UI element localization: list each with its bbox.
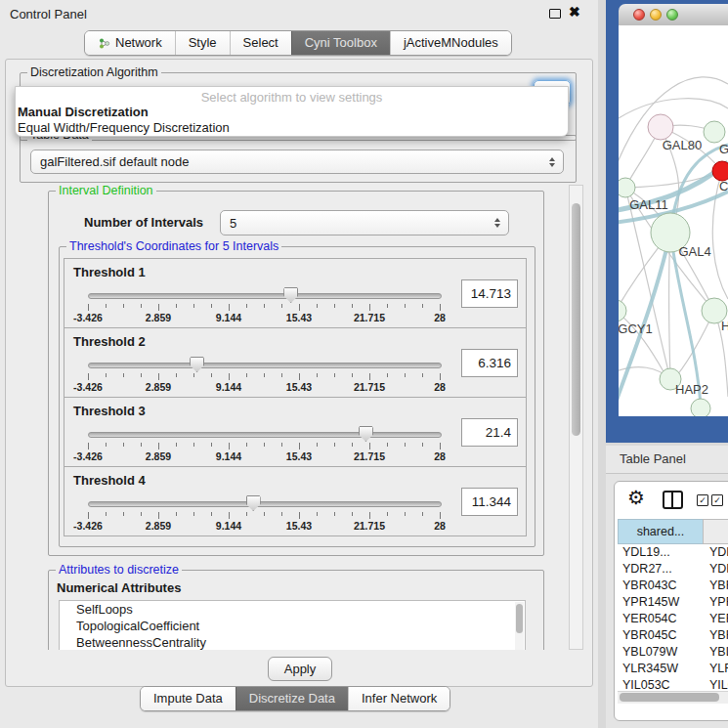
select-all-check-icon[interactable]: ✓	[697, 494, 708, 506]
number-of-intervals-combobox[interactable]: 5	[220, 210, 509, 236]
dropdown-option-manual-discretization[interactable]: Manual Discretization	[16, 105, 568, 120]
close-panel-icon[interactable]: ✖	[569, 4, 580, 20]
slider-handle[interactable]	[246, 495, 261, 511]
slider-track[interactable]	[88, 293, 442, 299]
table-data-group: Table Data galFiltered.sif default node	[20, 135, 577, 183]
threshold-value-field[interactable]: 11.344	[461, 488, 518, 516]
axis-tick-label: 21.715	[354, 312, 385, 323]
tab-jactivemnodules[interactable]: jActiveMNodules	[390, 31, 511, 55]
network-view-window: GAL80GACGAL11GAL4GCY1HHAP2	[606, 0, 728, 443]
top-tab-bar: NetworkStyleSelectCyni ToolboxjActiveMNo…	[84, 30, 512, 56]
table-row[interactable]: YER054CYER054C	[618, 611, 728, 627]
cell-shared-name: YBR043C	[618, 578, 704, 594]
numerical-attributes-list[interactable]: SelfLoopsTopologicalCoefficientBetweenne…	[59, 600, 526, 650]
cyni-toolbox-panel: Discretization Algorithm Select algorith…	[5, 59, 593, 687]
number-of-intervals-value: 5	[230, 216, 236, 231]
scrollbar-thumb[interactable]	[620, 693, 719, 702]
tab-label: Network	[115, 31, 162, 55]
cell-shared-name: YDR27...	[618, 561, 704, 578]
table-row[interactable]: YPR145WYPR145W	[618, 594, 728, 611]
table-horizontal-scrollbar[interactable]	[618, 691, 728, 704]
table-row[interactable]: YBR043CYBR043C	[618, 578, 728, 594]
tab-discretize-data[interactable]: Discretize Data	[236, 687, 348, 710]
table-row[interactable]: YDL19...YDL19...	[618, 544, 728, 561]
axis-tick-label: 15.43	[286, 312, 312, 323]
tab-network[interactable]: Network	[85, 31, 175, 55]
cell-name: YBR045C	[704, 627, 728, 644]
columns-icon[interactable]	[663, 491, 683, 509]
tab-select[interactable]: Select	[230, 31, 291, 55]
table-row[interactable]: YBL079WYBL079W	[618, 644, 728, 661]
attribute-item-betweennesscentrality[interactable]: BetweennessCentrality	[60, 634, 525, 650]
slider-handle[interactable]	[190, 357, 204, 372]
close-window-icon[interactable]	[633, 9, 645, 21]
table-row[interactable]: YIL053CYIL053C	[618, 677, 728, 689]
threshold-value-field[interactable]: 6.316	[461, 349, 518, 377]
cell-shared-name: YBR045C	[618, 627, 704, 644]
axis-tick-label: 21.715	[354, 520, 385, 532]
attribute-item-topologicalcoefficient[interactable]: TopologicalCoefficient	[60, 618, 525, 634]
axis-tick-label: 9.144	[216, 381, 241, 393]
threshold-slider[interactable]	[88, 286, 440, 304]
settings-scroll-pane: Interval Definition Number of Intervals …	[12, 185, 567, 650]
minimize-window-icon[interactable]	[650, 9, 662, 21]
axis-tick-label: 28	[434, 520, 446, 532]
threshold-value-field[interactable]: 21.4	[461, 418, 518, 447]
axis-tick-label: -3.426	[73, 520, 103, 532]
threshold-value-field[interactable]: 14.713	[461, 279, 518, 308]
zoom-window-icon[interactable]	[666, 9, 678, 21]
axis-tick-label: 15.43	[286, 381, 312, 393]
list-scrollbar[interactable]	[515, 602, 524, 650]
attribute-item-selfloops[interactable]: SelfLoops	[60, 601, 525, 618]
table-row[interactable]: YBR045CYBR045C	[618, 627, 728, 644]
table-row[interactable]: YLR345WYLR345W	[618, 661, 728, 677]
network-node-ga[interactable]	[704, 121, 725, 143]
threshold-slider[interactable]	[88, 356, 440, 373]
axis-tick-label: 21.715	[354, 450, 385, 462]
slider-ticks	[88, 373, 440, 381]
threshold-slider[interactable]	[88, 425, 440, 443]
cell-shared-name: YER054C	[618, 611, 704, 627]
numerical-attributes-label: Numerical Attributes	[57, 580, 181, 595]
slider-handle[interactable]	[359, 426, 373, 442]
select-none-check-icon[interactable]: ✓	[711, 494, 723, 506]
threshold-slider[interactable]	[88, 494, 440, 512]
apply-button[interactable]: Apply	[268, 657, 332, 681]
slider-track[interactable]	[88, 501, 442, 507]
network-node-gal80[interactable]	[648, 114, 673, 140]
float-panel-icon[interactable]	[549, 9, 561, 19]
threshold-row-2: Threshold 2-3.4262.8599.14415.4321.71528…	[64, 327, 527, 398]
table-row[interactable]: YDR27...YDR27...	[618, 561, 728, 578]
network-canvas[interactable]: GAL80GACGAL11GAL4GCY1HHAP2	[619, 25, 728, 416]
control-panel: Control Panel ✖ NetworkStyleSelectCyni T…	[0, 0, 598, 728]
tab-cyni-toolbox[interactable]: Cyni Toolbox	[291, 31, 390, 55]
group-title-algorithm: Discretization Algorithm	[27, 65, 161, 79]
network-node-gal11[interactable]	[619, 178, 635, 197]
slider-handle[interactable]	[283, 287, 298, 303]
gear-icon[interactable]: ⚙	[627, 486, 645, 509]
tab-infer-network[interactable]: Infer Network	[348, 687, 450, 710]
cell-shared-name: YBL079W	[618, 644, 704, 661]
column-header-name[interactable]: name	[703, 519, 728, 544]
threshold-label: Threshold 3	[73, 404, 146, 418]
panel-scrollbar[interactable]	[569, 185, 583, 650]
network-window-titlebar[interactable]	[619, 4, 728, 26]
slider-track[interactable]	[88, 363, 442, 368]
network-node[interactable]	[691, 399, 710, 416]
axis-tick-label: 21.715	[354, 381, 385, 393]
slider-track[interactable]	[88, 432, 442, 438]
scrollbar-thumb[interactable]	[572, 203, 580, 436]
cell-name: YDL19...	[704, 544, 728, 561]
table-data-combobox[interactable]: galFiltered.sif default node	[30, 150, 564, 174]
tab-style[interactable]: Style	[175, 31, 230, 55]
node-label-h: H	[721, 319, 728, 333]
network-node-c[interactable]	[712, 161, 728, 181]
cell-shared-name: YIL053C	[618, 677, 704, 689]
tab-impute-data[interactable]: Impute Data	[141, 687, 236, 710]
axis-tick-label: 28	[434, 381, 446, 393]
axis-tick-label: 2.859	[146, 312, 171, 323]
column-header-shared[interactable]: shared...	[618, 519, 704, 544]
dropdown-option-equal-width-frequency-discretization[interactable]: Equal Width/Frequency Discretization	[16, 120, 568, 136]
axis-tick-label: -3.426	[73, 450, 103, 462]
axis-tick-label: 15.43	[286, 450, 312, 462]
